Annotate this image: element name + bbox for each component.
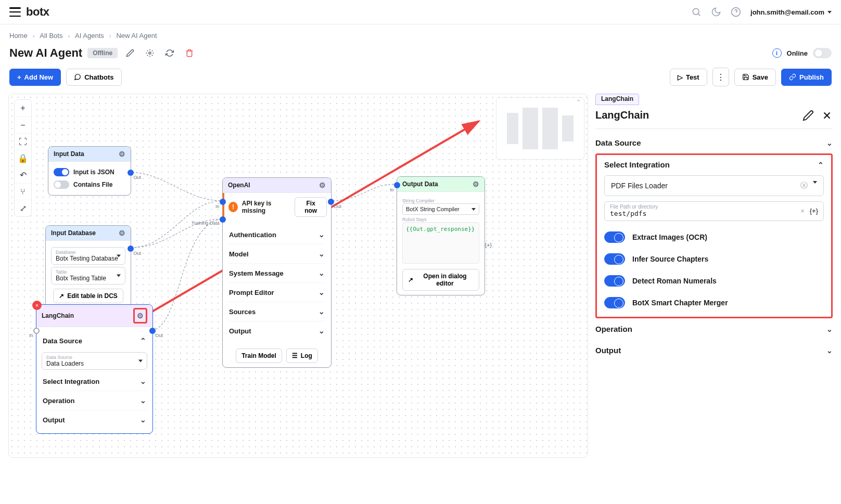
port-training[interactable] xyxy=(220,216,226,223)
port-in[interactable] xyxy=(220,199,226,205)
overflow-menu[interactable]: ⋮ xyxy=(712,68,729,86)
toggle-file[interactable] xyxy=(54,180,69,189)
select-integration-section: Select Integration ⌃ PDF Files Loader ⓧ … xyxy=(595,153,833,318)
breadcrumb-item[interactable]: AI Agents xyxy=(75,32,104,40)
port-out[interactable] xyxy=(128,170,134,176)
moon-icon[interactable] xyxy=(711,7,721,17)
close-icon[interactable] xyxy=(821,110,833,121)
breadcrumb-item[interactable]: Home xyxy=(9,32,28,40)
search-icon[interactable] xyxy=(691,7,702,17)
clear-icon[interactable]: × xyxy=(800,207,805,215)
port-in[interactable] xyxy=(394,182,400,188)
flow-canvas[interactable]: + − ⛶ 🔒 ↶ ⑂ ⤢ Input Data ⚙ Input is J xyxy=(8,94,588,458)
zoom-in-button[interactable]: + xyxy=(15,100,31,117)
langchain-section[interactable]: Select Integration⌄ xyxy=(42,372,147,391)
node-input-database[interactable]: Input Database ⚙ Database Botx Testing D… xyxy=(45,225,131,308)
warning-icon: ! xyxy=(228,202,238,212)
section-select-integration[interactable]: Select Integration ⌃ xyxy=(604,160,824,175)
section-output[interactable]: Output ⌄ xyxy=(595,340,833,361)
openai-section[interactable]: Prompt Editor⌄ xyxy=(228,282,326,302)
section-data-source[interactable]: Data Source ⌄ xyxy=(595,132,833,153)
save-icon xyxy=(742,73,749,81)
chevron-down-icon xyxy=(813,181,817,184)
open-dialog-button[interactable]: ↗ Open in dialog editor xyxy=(402,269,479,291)
info-icon[interactable]: i xyxy=(772,48,782,58)
test-button[interactable]: ▷ Test xyxy=(670,69,707,86)
toggle-smart-merge[interactable] xyxy=(604,297,625,308)
add-output-button[interactable]: {+} xyxy=(485,242,492,248)
side-panel: LangChain LangChain Data Source ⌄ Select… xyxy=(588,94,833,458)
option-label: Infer Source Chapters xyxy=(632,255,708,263)
breadcrumb-item[interactable]: New AI Agent xyxy=(116,32,157,40)
node-openai[interactable]: OpenAI ⚙ ! API key is missing Fix now Au… xyxy=(222,177,332,368)
langchain-section[interactable]: Operation⌄ xyxy=(42,391,147,410)
string-compiler-select[interactable]: BotX String Compiler xyxy=(402,203,479,215)
port-in[interactable] xyxy=(33,328,40,334)
robot-says-output: {{Out.gpt_response}} xyxy=(402,222,479,264)
expand-button[interactable]: ⤢ xyxy=(15,200,31,216)
gear-icon[interactable]: ⚙ xyxy=(119,150,125,158)
user-menu[interactable]: john.smith@email.com xyxy=(750,8,832,16)
zoom-out-button[interactable]: − xyxy=(15,117,31,133)
clear-icon[interactable]: ⓧ xyxy=(800,181,808,190)
minimap[interactable]: ⌃ xyxy=(496,97,584,160)
edit-icon[interactable] xyxy=(123,46,137,60)
train-model-button[interactable]: Train Model xyxy=(236,348,282,363)
file-path-field[interactable]: File Path or directory test/pdfs × {+} xyxy=(604,201,824,221)
chevron-down-icon: ⌄ xyxy=(318,307,325,316)
edit-icon[interactable] xyxy=(802,110,814,121)
add-var-icon[interactable]: {+} xyxy=(810,207,818,215)
toggle-infer-chapters[interactable] xyxy=(604,253,625,265)
close-icon[interactable]: × xyxy=(32,301,42,310)
openai-section[interactable]: Output⌄ xyxy=(228,321,326,340)
gear-icon[interactable] xyxy=(143,46,157,60)
data-source-select[interactable]: Data Source Data Loaders xyxy=(42,352,147,370)
fix-now-button[interactable]: Fix now xyxy=(295,197,327,217)
section-operation[interactable]: Operation ⌄ xyxy=(595,318,833,340)
openai-section[interactable]: Sources⌄ xyxy=(228,302,326,321)
port-out[interactable] xyxy=(328,199,334,205)
gear-icon[interactable]: ⚙ xyxy=(473,180,479,188)
integration-select[interactable]: PDF Files Loader ⓧ xyxy=(604,175,824,196)
node-input-data[interactable]: Input Data ⚙ Input is JSON Contains File… xyxy=(48,146,131,196)
chatbots-button[interactable]: Chatbots xyxy=(66,69,121,86)
langchain-section[interactable]: Output⌄ xyxy=(42,410,147,429)
gear-icon[interactable]: ⚙ xyxy=(319,181,326,189)
publish-button[interactable]: Publish xyxy=(781,69,832,86)
openai-section[interactable]: Authentication⌄ xyxy=(228,225,326,244)
log-button[interactable]: ☰Log xyxy=(286,348,318,363)
port-out[interactable] xyxy=(149,328,156,334)
node-output-data[interactable]: Output Data ⚙ String Compiler BotX Strin… xyxy=(397,176,485,295)
trash-icon[interactable] xyxy=(182,46,197,60)
database-select[interactable]: Database Botx Testing Database xyxy=(51,247,125,265)
save-button[interactable]: Save xyxy=(734,69,776,86)
gear-icon: ⚙ xyxy=(137,312,144,320)
openai-section[interactable]: Model⌄ xyxy=(228,244,326,263)
fork-icon[interactable]: ⑂ xyxy=(15,183,31,200)
gear-icon-highlighted[interactable]: ⚙ xyxy=(133,308,147,324)
edit-table-button[interactable]: ↗ Edit table in DCS xyxy=(53,289,123,303)
undo-button[interactable]: ↶ xyxy=(15,166,31,183)
toggle-json[interactable] xyxy=(54,168,69,176)
help-icon[interactable] xyxy=(731,7,741,17)
openai-section[interactable]: System Message⌄ xyxy=(228,263,326,282)
chevron-down-icon xyxy=(827,11,832,14)
node-langchain[interactable]: × LangChain ⚙ Data Source ⌃ Data Source … xyxy=(36,304,153,434)
lock-button[interactable]: 🔒 xyxy=(15,150,31,166)
fullscreen-button[interactable]: ⛶ xyxy=(15,133,31,150)
refresh-icon[interactable] xyxy=(162,46,177,60)
port-out[interactable] xyxy=(128,245,134,252)
table-select[interactable]: Table Botx Testing Table xyxy=(51,267,125,285)
toggle-ocr[interactable] xyxy=(604,231,625,243)
collapse-minimap-icon[interactable]: ⌃ xyxy=(576,99,581,106)
panel-tag: LangChain xyxy=(595,94,639,105)
online-toggle[interactable] xyxy=(813,48,832,58)
breadcrumb-item[interactable]: All Bots xyxy=(40,32,62,40)
toggle-roman[interactable] xyxy=(604,275,625,287)
langchain-data-source[interactable]: Data Source ⌃ xyxy=(42,331,147,350)
hamburger-icon[interactable] xyxy=(9,7,21,17)
add-new-button[interactable]: + Add New xyxy=(9,69,61,86)
app-logo: botx xyxy=(26,5,49,19)
gear-icon[interactable]: ⚙ xyxy=(119,229,125,237)
chevron-down-icon xyxy=(117,275,121,277)
